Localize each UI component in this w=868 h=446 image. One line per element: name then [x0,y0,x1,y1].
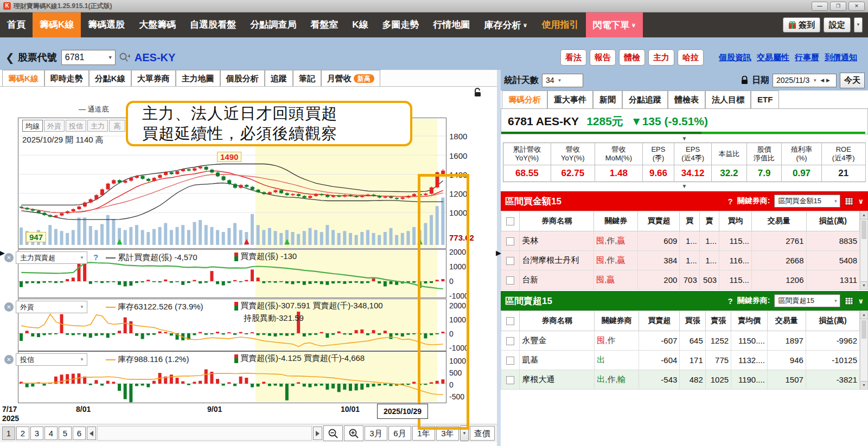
search-icon[interactable]: + [118,52,130,63]
scroll-up-icon[interactable]: ▲ [860,211,867,219]
sell-broker-select[interactable]: 區間賣超15▼ [774,294,840,307]
table-row[interactable]: 永豐金 囤,作 -607 645 1252 1150.... 1897 -996… [501,331,860,351]
chat-button[interactable]: 哈拉 [678,49,704,66]
menu-chip-kline[interactable]: 籌碼K線 [33,12,81,37]
tab-etf[interactable]: ETF [751,91,779,108]
table-row[interactable]: 凱基 出 -604 171 775 1132.... 946 -10125 [501,351,860,370]
lock-icon[interactable] [741,76,749,85]
row-checkbox[interactable] [501,231,520,251]
report-button[interactable]: 報告 [590,49,616,66]
signin-button[interactable]: 簽到 [783,17,820,33]
page-button-6[interactable]: 6 [73,426,86,440]
col-header[interactable]: 買均 [719,211,752,231]
scroll-thumb[interactable] [861,320,866,339]
range-6m-button[interactable]: 6月 [388,426,411,441]
scroll-thumb[interactable] [861,221,866,239]
collapse-arrow[interactable]: ▼ [501,182,868,190]
price-alert-link[interactable]: 到價通知 [825,53,857,63]
page-button-1[interactable]: 1 [2,426,15,440]
panel2-select[interactable]: 外資▼ [16,301,87,313]
tab-major-events[interactable]: 重大事件 [547,91,593,108]
col-header[interactable]: 買賣超 [639,311,680,331]
major-button[interactable]: 主力 [87,120,108,132]
grid-view-icon[interactable] [845,297,853,305]
tab-main-force-map[interactable]: 主力地圖 [176,70,220,86]
panel3-select[interactable]: 投信▼ [16,353,87,366]
stats-days-select[interactable]: 34 ▼ [542,74,583,87]
buy-table-scrollbar[interactable]: ▲ ▼ [860,211,868,290]
close-button[interactable]: ✕ [848,2,865,11]
menu-watch-room[interactable]: 看盤室 [303,12,345,37]
high-button[interactable]: 高 [109,120,125,132]
select-all-checkbox[interactable] [501,211,520,231]
tab-chip-analysis[interactable]: 籌碼分析 [502,91,547,108]
opinion-button[interactable]: 看法 [560,49,586,66]
scroll-up-icon[interactable]: ▲ [860,311,867,319]
row-checkbox[interactable] [501,351,520,370]
buy-broker-select[interactable]: 區間買金額15▼ [774,195,840,208]
ma-button[interactable]: 均線 [22,120,43,132]
left-expander-icon[interactable]: ▶ [0,249,5,257]
panel1-select[interactable]: 主力買賣超▼ [16,251,87,264]
panel-divider[interactable]: ▶ ▶ [497,70,501,446]
select-all-checkbox[interactable] [501,311,520,331]
today-button[interactable]: 今天 [840,73,865,88]
menu-watchlist[interactable]: 自選股看盤 [183,12,243,37]
help-icon[interactable]: ? [728,197,733,206]
menu-chip-screener[interactable]: 籌碼選股 [81,12,132,37]
tab-institution-target[interactable]: 法人目標 [705,91,751,108]
tab-checkup-table[interactable]: 體檢表 [668,91,705,108]
col-header[interactable]: 券商名稱 [520,311,595,331]
tab-track[interactable]: 追蹤 [265,70,293,86]
tab-branch-track[interactable]: 分點追蹤 [622,91,668,108]
stock-code-input[interactable]: 6781 ▼ [61,50,116,65]
scroll-down-icon[interactable]: ▼ [860,281,867,289]
menu-user-guide[interactable]: 使用指引 [535,12,586,37]
menu-inventory-analysis[interactable]: 庫存分析∨ [477,12,535,37]
col-header[interactable]: 賣 [699,211,719,231]
right-expander-icon[interactable]: ▶ [496,249,501,257]
menu-home[interactable]: 首頁 [0,12,33,37]
scroll-right-button[interactable] [313,426,322,440]
page-button-5[interactable]: 5 [59,426,72,440]
page-button-4[interactable]: 4 [44,426,58,440]
date-select[interactable]: 2025/11/3 ▼ ◀ ▶ [773,74,837,87]
restore-button[interactable]: ❐ [830,2,846,11]
tab-notes[interactable]: 筆記 [293,70,321,86]
col-header[interactable]: 關鍵券 [594,211,638,231]
menu-branch-bureau[interactable]: 分點調查局 [243,12,303,37]
col-header[interactable]: 買賣超 [638,211,680,231]
main-force-button[interactable]: 主力 [648,49,674,66]
page-button-3[interactable]: 3 [30,426,43,440]
trade-attr-link[interactable]: 交易屬性 [757,53,789,63]
menu-kline[interactable]: K線 [345,12,375,37]
range-3m-button[interactable]: 3月 [365,426,387,441]
scroll-left-button[interactable] [87,426,96,440]
chevron-down-icon[interactable]: ∨ [858,297,864,305]
back-icon[interactable]: ❮ [5,51,15,64]
zoom-in-button[interactable] [344,425,363,441]
col-header[interactable]: 賣張 [705,311,731,331]
minimize-button[interactable]: — [812,2,828,11]
col-header[interactable]: 損益(萬) [806,211,859,231]
row-checkbox[interactable] [501,370,520,390]
page-button-2[interactable]: 2 [16,426,29,440]
tab-big-order-broker[interactable]: 大單券商 [131,70,176,86]
unlock-icon[interactable] [473,88,482,98]
col-header[interactable]: 關鍵券商 [595,311,639,331]
col-header[interactable]: 交易量 [752,211,807,231]
tab-stock-analysis[interactable]: 個股分析 [220,70,265,86]
col-header[interactable]: 損益(萬) [806,311,859,331]
table-row[interactable]: 摩根大通 出,作,輸 -543 482 1025 1190.... 1507 -… [501,370,860,390]
dropdown-caret-icon[interactable]: ▼ [108,55,115,60]
stock-info-link[interactable]: 個股資訊 [719,53,751,63]
prev-day-button[interactable]: ◀ [819,77,825,83]
collapse-arrow[interactable]: ▼ [501,134,868,143]
price-lookup-button[interactable]: 查價 [470,426,495,441]
menu-flash-order[interactable]: 閃電下單∨ [586,12,643,37]
col-header[interactable]: 賣均價 [731,311,768,331]
chart-scrollbar[interactable] [97,426,312,441]
help-icon[interactable]: ? [93,253,98,262]
col-header[interactable]: 買張 [680,311,705,331]
tab-realtime[interactable]: 即時走勢 [44,70,89,86]
